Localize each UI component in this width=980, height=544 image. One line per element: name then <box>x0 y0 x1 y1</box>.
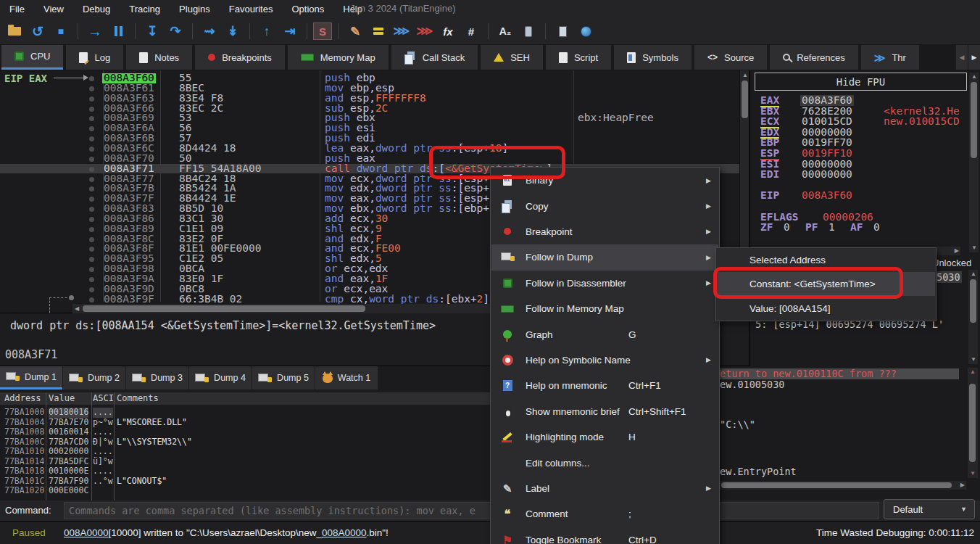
register-row[interactable]: EBP0019FF70 <box>750 137 980 148</box>
stack-row[interactable]: ew.01005030 <box>720 379 959 390</box>
stack-row[interactable]: eturn to new.0100110C from ??? <box>720 368 959 379</box>
calculator-icon[interactable] <box>552 21 573 41</box>
breakpoint-dot[interactable] <box>89 297 94 302</box>
menu-item-breakpoint[interactable]: Breakpoint▶ <box>491 219 718 244</box>
tab-call-stack[interactable]: Call Stack <box>391 45 478 70</box>
breakpoint-dot[interactable] <box>89 197 94 202</box>
tab-log[interactable]: Log <box>66 45 123 70</box>
tab-dump-1[interactable]: Dump 1 <box>0 366 62 390</box>
trace-coverage-blue-icon[interactable]: ⋙ <box>391 21 412 41</box>
breakpoint-dot[interactable] <box>89 116 94 121</box>
breakpoint-dot[interactable] <box>89 227 94 232</box>
dump-column-header[interactable]: Address <box>4 393 44 403</box>
internet-icon[interactable] <box>575 21 597 41</box>
dump-column-header[interactable]: Comments <box>117 393 334 403</box>
pause-icon[interactable] <box>107 21 129 41</box>
menu-plugins[interactable]: Plugins <box>170 0 220 18</box>
tab-symbols[interactable]: Symbols <box>614 45 692 70</box>
menu-item-label[interactable]: ✎Label▶ <box>491 476 718 501</box>
menu-item-follow-in-memory-map[interactable]: Follow in Memory Map <box>491 296 718 321</box>
breakpoint-dot[interactable] <box>89 86 94 91</box>
menu-item-help-on-mnemonic[interactable]: Help on mnemonicCtrl+F1 <box>491 373 718 398</box>
register-row[interactable]: ESP0019FF10 <box>750 148 980 159</box>
trace-coverage-red-icon[interactable]: ⋙ <box>414 21 436 41</box>
dump-column-header[interactable]: Value <box>49 393 91 403</box>
register-row[interactable]: EDX00000000 <box>750 127 980 138</box>
breakpoint-dot[interactable] <box>89 287 94 292</box>
menu-item-highlighting-mode[interactable]: Highlighting modeH <box>491 424 718 450</box>
breakpoint-dot[interactable] <box>89 277 94 282</box>
menu-item-binary[interactable]: Binary▶ <box>491 168 718 193</box>
breakpoint-dot[interactable] <box>89 186 94 191</box>
breakpoint-dot[interactable] <box>89 96 94 102</box>
tab-seh[interactable]: SEH <box>481 45 543 70</box>
submenu-item-value-008aa154[interactable]: Value: [008AA154] <box>717 297 935 321</box>
menu-item-comment[interactable]: ❝Comment; <box>491 501 718 527</box>
breakpoint-dot[interactable] <box>89 126 94 131</box>
stack-lock-status[interactable]: Unlocked <box>932 257 971 268</box>
breakpoint-dot[interactable] <box>89 257 94 262</box>
register-row[interactable]: EBX7628E200<kernel32.He <box>750 106 980 117</box>
menu-item-graph[interactable]: GraphG <box>491 321 718 347</box>
tab-memory-map[interactable]: Memory Map <box>288 45 389 70</box>
submenu-item-selected-address[interactable]: Selected Address <box>717 248 935 272</box>
tab-source[interactable]: <>Source <box>694 45 767 70</box>
tab-watch-1[interactable]: Watch 1 <box>315 366 378 390</box>
step-over-icon[interactable]: ↷ <box>165 21 186 41</box>
close-icon[interactable]: ■ <box>50 21 72 41</box>
breakpoint-dot[interactable] <box>89 177 94 182</box>
animate-into-icon[interactable]: ⇝ <box>199 21 220 41</box>
menu-file[interactable]: File <box>0 0 34 18</box>
step-into-icon[interactable]: ↧ <box>141 21 163 41</box>
tab-scroll-right-icon[interactable]: ▶ <box>968 45 980 70</box>
hash-icon[interactable]: # <box>460 21 482 41</box>
breakpoint-dot[interactable] <box>89 136 94 141</box>
breakpoint-dot[interactable] <box>89 167 94 172</box>
tab-thr[interactable]: ≫Thr <box>861 45 919 70</box>
tab-dump-5[interactable]: Dump 5 <box>252 366 315 390</box>
breakpoint-dot[interactable] <box>89 76 94 81</box>
menu-favourites[interactable]: Favourites <box>220 0 283 18</box>
stack-view[interactable]: eturn to new.0100110C from ???ew.0100503… <box>718 366 980 500</box>
fx-expression-icon[interactable]: fx <box>437 21 459 41</box>
menu-item-toggle-bookmark[interactable]: ⚑Toggle BookmarkCtrl+D <box>491 527 718 544</box>
stack-horizontal-scrollbar[interactable]: ▶ <box>720 481 966 490</box>
breakpoint-dot[interactable] <box>89 237 94 242</box>
breakpoint-dot[interactable] <box>89 107 94 112</box>
register-row[interactable]: EIP008A3F60 <box>750 190 980 201</box>
tab-dump-4[interactable]: Dump 4 <box>189 366 252 390</box>
breakpoint-dot[interactable] <box>89 217 94 222</box>
submenu-item-constant-getsystemtime[interactable]: Constant: <GetSystemTime> <box>717 272 935 296</box>
dump-column-header[interactable]: ASCII <box>93 393 114 403</box>
patch-icon[interactable]: ✎ <box>344 21 366 41</box>
stack-row[interactable]: "C:\\" <box>720 419 959 430</box>
address-link[interactable]: 008A0000 <box>64 527 109 538</box>
notes-yellow-icon[interactable] <box>368 21 389 41</box>
tab-breakpoints[interactable]: Breakpoints <box>195 45 285 70</box>
registers-vertical-scrollbar[interactable]: ▲ ▼ <box>969 73 979 252</box>
menu-tracing[interactable]: Tracing <box>120 0 170 18</box>
breakpoint-dot[interactable] <box>89 267 94 272</box>
stack-vertical-scrollbar[interactable]: ▲ ▼ <box>968 368 978 478</box>
run-to-user-code-icon[interactable]: ⇥ <box>279 21 301 41</box>
menu-debug[interactable]: Debug <box>73 0 120 18</box>
stack-row[interactable]: ew.EntryPoint <box>720 466 959 477</box>
tab-dump-2[interactable]: Dump 2 <box>63 366 125 390</box>
tab-notes[interactable]: Notes <box>126 45 192 70</box>
register-row[interactable]: ESI00000000 <box>750 159 980 170</box>
source-mode-icon[interactable]: S <box>313 22 332 40</box>
restart-icon[interactable]: ↺ <box>27 21 49 41</box>
menu-item-help-on-symbolic-name[interactable]: Help on Symbolic Name▶ <box>491 347 718 373</box>
execute-till-return-icon[interactable]: ↑ <box>256 21 278 41</box>
open-file-icon[interactable] <box>4 21 25 41</box>
address-link[interactable]: 008A0000 <box>322 527 367 538</box>
run-icon[interactable]: → <box>84 21 106 41</box>
profile-dropdown[interactable]: Default ▼ <box>884 499 975 519</box>
tab-references[interactable]: References <box>770 45 858 70</box>
tab-cpu[interactable]: CPU <box>1 45 63 70</box>
menu-view[interactable]: View <box>34 0 73 18</box>
breakpoint-dot[interactable] <box>89 247 94 252</box>
menu-item-copy[interactable]: Copy▶ <box>491 193 718 218</box>
menu-item-show-mnemonic-brief[interactable]: Show mnemonic briefCtrl+Shift+F1 <box>491 399 718 424</box>
breakpoint-dot[interactable] <box>89 157 94 162</box>
